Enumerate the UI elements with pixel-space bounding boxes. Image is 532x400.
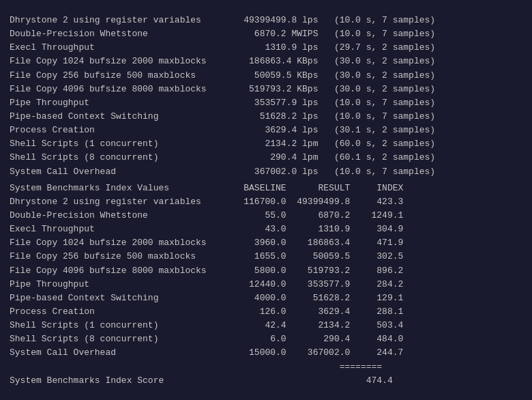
index-row: Shell Scripts (1 concurrent) 42.4 2134.2… bbox=[10, 319, 522, 332]
index-row: Dhrystone 2 using register variables 116… bbox=[10, 195, 522, 209]
index-row: Pipe Throughput 12440.0 353577.9 284.2 bbox=[10, 278, 522, 291]
benchmark-row: Shell Scripts (8 concurrent) 290.4 lpm (… bbox=[10, 151, 522, 165]
index-row: Pipe-based Context Switching 4000.0 5162… bbox=[10, 291, 522, 305]
benchmark-row: Dhrystone 2 using register variables 493… bbox=[10, 14, 522, 27]
benchmark-row: System Call Overhead 367002.0 lps (10.0 … bbox=[10, 165, 522, 179]
index-row: File Copy 256 bufsize 500 maxblocks 1655… bbox=[10, 250, 522, 263]
index-row: System Call Overhead 15000.0 367002.0 24… bbox=[10, 346, 522, 360]
score-line: System Benchmarks Index Score 474.4 bbox=[10, 374, 522, 388]
terminal-output: Dhrystone 2 using register variables 493… bbox=[10, 14, 522, 400]
index-row: Double-Precision Whetstone 55.0 6870.2 1… bbox=[10, 209, 522, 223]
benchmark-row: Pipe Throughput 353577.9 lps (10.0 s, 7 … bbox=[10, 96, 522, 110]
index-row: Process Creation 126.0 3629.4 288.1 bbox=[10, 305, 522, 319]
empty-line bbox=[10, 388, 522, 400]
index-row: Execl Throughput 43.0 1310.9 304.9 bbox=[10, 223, 522, 236]
benchmark-row: Execl Throughput 1310.9 lps (29.7 s, 2 s… bbox=[10, 41, 522, 55]
benchmark-row: Pipe-based Context Switching 51628.2 lps… bbox=[10, 110, 522, 124]
benchmark-row: Shell Scripts (1 concurrent) 2134.2 lpm … bbox=[10, 137, 522, 151]
benchmark-row: Process Creation 3629.4 lps (30.1 s, 2 s… bbox=[10, 124, 522, 137]
index-header-row: System Benchmarks Index Values BASELINE … bbox=[10, 182, 522, 195]
benchmark-row: File Copy 1024 bufsize 2000 maxblocks 18… bbox=[10, 55, 522, 68]
benchmark-results: Dhrystone 2 using register variables 493… bbox=[10, 14, 522, 179]
benchmark-row: Double-Precision Whetstone 6870.2 MWIPS … bbox=[10, 27, 522, 41]
index-section: System Benchmarks Index Values BASELINE … bbox=[10, 182, 522, 400]
equals-separator: ======== bbox=[10, 360, 522, 374]
benchmark-row: File Copy 256 bufsize 500 maxblocks 5005… bbox=[10, 69, 522, 83]
benchmark-row: File Copy 4096 bufsize 8000 maxblocks 51… bbox=[10, 83, 522, 96]
index-row: File Copy 1024 bufsize 2000 maxblocks 39… bbox=[10, 236, 522, 250]
index-row: File Copy 4096 bufsize 8000 maxblocks 58… bbox=[10, 264, 522, 278]
index-row: Shell Scripts (8 concurrent) 6.0 290.4 4… bbox=[10, 332, 522, 346]
